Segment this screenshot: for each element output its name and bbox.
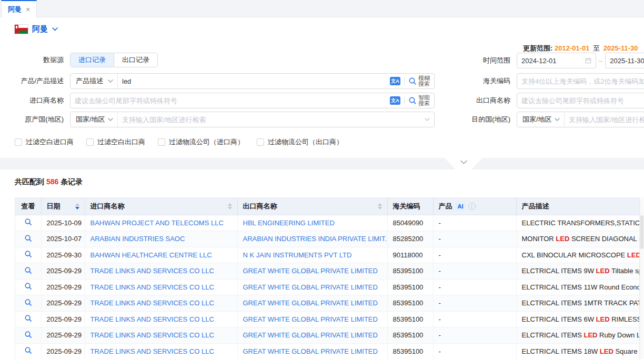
import-records-option[interactable]: 进口记录 <box>71 53 114 67</box>
importer-link[interactable]: TRADE LINKS AND SERVICES CO LLC <box>90 267 214 275</box>
collapse-panel-button[interactable] <box>445 158 482 169</box>
importer-link[interactable]: TRADE LINKS AND SERVICES CO LLC <box>90 315 214 323</box>
destination-type-select[interactable]: 国家/地区 <box>517 112 565 127</box>
view-record-button[interactable] <box>24 331 32 338</box>
table-row: 2025-09-29TRADE LINKS AND SERVICES CO LL… <box>15 327 640 344</box>
exporter-link[interactable]: GREAT WHITE GLOBAL PRIVATE LIMITED <box>243 315 378 323</box>
smart-search-button[interactable]: 智能搜索 <box>408 95 430 106</box>
tab-title: 阿曼 <box>8 5 22 14</box>
date-from-picker[interactable] <box>517 53 596 68</box>
col-date[interactable]: 日期 <box>41 198 85 215</box>
product-cell: - <box>433 279 516 295</box>
info-icon[interactable] <box>468 203 476 210</box>
view-record-button[interactable] <box>24 266 32 274</box>
checkbox-label: 过滤物流公司（出口商） <box>268 137 343 147</box>
exporter-link[interactable]: GREAT WHITE GLOBAL PRIVATE LIMITED <box>243 347 378 355</box>
scrollbar-thumb[interactable] <box>640 215 643 249</box>
ai-badge: AI <box>456 202 466 211</box>
exporter-group <box>517 93 644 108</box>
product-keyword-input[interactable] <box>118 74 390 88</box>
product-search-group: 产品描述 文A 模糊搜索 <box>70 73 435 89</box>
product-description: MONITOR LED SCREEN DIAGONAL S... <box>516 231 640 247</box>
hs-code: 85395100 <box>387 343 433 359</box>
importer-link[interactable]: ARABIAN INDUSTRIES SAOC <box>90 235 185 243</box>
importer-link[interactable]: TRADE LINKS AND SERVICES CO LLC <box>90 331 214 339</box>
view-record-button[interactable] <box>24 250 32 258</box>
importer-name-input[interactable] <box>71 93 390 108</box>
importer-link[interactable]: TRADE LINKS AND SERVICES CO LLC <box>90 347 214 355</box>
exporter-row: 出口商名称 <box>452 93 644 108</box>
fuzzy-search-button[interactable]: 模糊搜索 <box>408 75 430 87</box>
table-row: 2025-09-29TRADE LINKS AND SERVICES CO LL… <box>15 343 640 359</box>
origin-label: 原产国(地区) <box>0 115 70 124</box>
exporter-name-input[interactable] <box>517 93 644 108</box>
exporter-link[interactable]: ARABIAN INDUSTRIES INDIA PRIVATE LIMIT..… <box>243 235 388 243</box>
importer-link[interactable]: BAHWAN HEALTHCARE CENTRE LLC <box>90 251 212 259</box>
records-table: 查看 日期 进口商名称 出口商名称 海关编码 产品 <box>15 197 640 359</box>
date-to-picker[interactable] <box>605 53 644 68</box>
date-to-input[interactable] <box>610 57 644 65</box>
close-icon[interactable]: × <box>26 6 30 13</box>
importer-search-group: 文A 智能搜索 <box>70 93 435 108</box>
product-cell: - <box>433 311 516 327</box>
exporter-link[interactable]: GREAT WHITE GLOBAL PRIVATE LIMITED <box>243 299 378 307</box>
hs-code: 85395100 <box>387 327 433 344</box>
exporter-link[interactable]: GREAT WHITE GLOBAL PRIVATE LIMITED <box>243 331 378 339</box>
view-record-button[interactable] <box>24 314 32 322</box>
importer-link[interactable]: TRADE LINKS AND SERVICES CO LLC <box>90 283 214 291</box>
col-importer[interactable]: 进口商名称 <box>85 198 237 215</box>
destination-country-input[interactable] <box>565 112 644 127</box>
filter-checkbox-row: 过滤空白进口商过滤空白出口商过滤物流公司（进口商）过滤物流公司（出口商） <box>15 137 343 147</box>
view-record-button[interactable] <box>24 234 32 242</box>
checkbox-box[interactable] <box>86 138 94 146</box>
checkbox-box[interactable] <box>158 138 165 146</box>
export-records-option[interactable]: 出口记录 <box>114 53 157 67</box>
filter-checkbox[interactable]: 过滤物流公司（进口商） <box>158 137 244 147</box>
exporter-link[interactable]: GREAT WHITE GLOBAL PRIVATE LIMITED <box>243 267 378 275</box>
origin-country-group: 国家/地区 <box>70 112 435 127</box>
product-description: ELCTRICAL ITEMS 18W LED Square E... <box>516 343 640 359</box>
exporter-link[interactable]: HBL ENGINEERING LIMITED <box>243 219 335 227</box>
hs-code-input[interactable] <box>517 74 644 88</box>
filter-checkbox[interactable]: 过滤空白进口商 <box>15 137 74 147</box>
record-date: 2025-09-29 <box>41 279 85 295</box>
chevron-down-icon <box>555 118 560 121</box>
sort-icon-exporter[interactable] <box>378 203 382 210</box>
importer-link[interactable]: TRADE LINKS AND SERVICES CO LLC <box>90 299 214 307</box>
magnifier-icon <box>24 331 32 338</box>
tab-oman[interactable]: 阿曼 × <box>1 0 37 17</box>
checkbox-box[interactable] <box>257 138 264 146</box>
hs-code: 85395100 <box>387 295 433 312</box>
product-description: ELCTRICAL ITEMS LED Ruby Down Li... <box>516 327 640 344</box>
update-range-label: 更新范围: <box>523 44 552 52</box>
tab-bar: 阿曼 × <box>0 0 644 17</box>
col-exporter[interactable]: 出口商名称 <box>237 198 387 215</box>
record-date: 2025-09-29 <box>41 327 85 344</box>
view-record-button[interactable] <box>24 346 32 354</box>
filter-checkbox[interactable]: 过滤空白出口商 <box>86 137 145 147</box>
importer-link[interactable]: BAHWAN PROJECT AND TELECOMS LLC <box>90 219 224 227</box>
magnifier-icon <box>24 234 32 242</box>
magnifier-icon <box>408 96 417 105</box>
chevron-down-icon[interactable] <box>425 118 430 121</box>
importer-row: 进口商名称 文A 智能搜索 <box>0 93 435 108</box>
checkbox-box[interactable] <box>15 138 22 146</box>
origin-country-input[interactable] <box>118 112 425 127</box>
date-from-input[interactable] <box>521 57 582 65</box>
sort-icon-importer[interactable] <box>228 203 232 210</box>
country-selector[interactable]: 阿曼 <box>15 24 58 34</box>
product-description: ELCTRICAL ITEMS 11W Round Econo... <box>516 279 640 295</box>
origin-type-select[interactable]: 国家/地区 <box>71 112 118 127</box>
sort-icon-date[interactable] <box>75 203 79 210</box>
view-record-button[interactable] <box>24 298 32 306</box>
table-row: 2025-09-29TRADE LINKS AND SERVICES CO LL… <box>15 295 640 312</box>
translate-icon[interactable]: 文A <box>390 96 400 105</box>
exporter-link[interactable]: GREAT WHITE GLOBAL PRIVATE LIMITED <box>243 283 378 291</box>
exporter-link[interactable]: N K JAIN INSTRUMENTS PVT LTD <box>243 251 352 259</box>
filter-checkbox[interactable]: 过滤物流公司（出口商） <box>257 137 343 147</box>
translate-icon[interactable]: 文A <box>390 77 400 85</box>
view-record-button[interactable] <box>24 218 32 226</box>
product-type-select[interactable]: 产品描述 <box>71 74 118 88</box>
view-record-button[interactable] <box>24 282 32 290</box>
record-date: 2025-09-30 <box>41 247 85 263</box>
